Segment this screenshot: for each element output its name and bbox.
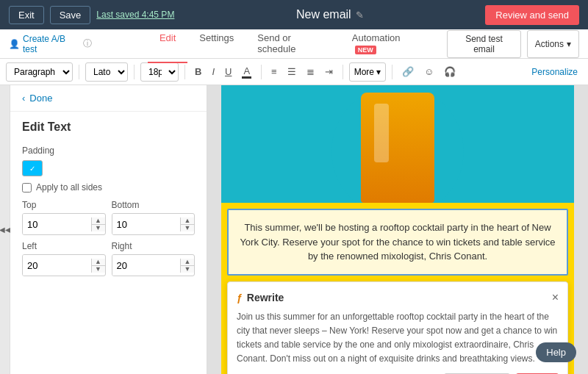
ab-test-icon: 👤 [9, 39, 20, 49]
right-increment-button[interactable]: ▲ [181, 259, 194, 266]
more-button[interactable]: More ▾ [349, 62, 386, 82]
bottom-input-group: Bottom ▲ ▼ [112, 200, 196, 235]
rewrite-close-button[interactable]: × [552, 291, 559, 304]
panel-title: Edit Text [10, 112, 207, 140]
left-decrement-button[interactable]: ▼ [92, 266, 105, 273]
ab-test-label: Create A/B test [23, 34, 80, 54]
email-canvas: This summer, we'll be hosting a rooftop … [221, 85, 574, 374]
top-value-input[interactable] [23, 214, 91, 234]
review-send-button[interactable]: Review and send [485, 5, 579, 25]
top-label: Top [22, 200, 106, 210]
bottom-value-input[interactable] [112, 214, 181, 234]
apply-all-label: Apply to all sides [36, 182, 102, 193]
selected-text-block[interactable]: This summer, we'll be hosting a rooftop … [227, 209, 568, 276]
font-select[interactable]: Lato [85, 62, 128, 82]
underline-button[interactable]: U [221, 64, 235, 79]
last-saved[interactable]: Last saved 4:45 PM [96, 10, 174, 20]
apply-all-checkbox[interactable] [22, 183, 32, 193]
canvas-header-image [221, 85, 574, 203]
divider-3 [184, 65, 185, 79]
check-icon: ✓ [23, 161, 42, 176]
top-increment-button[interactable]: ▲ [92, 217, 105, 225]
top-input-group: Top ▲ ▼ [22, 200, 106, 235]
italic-button[interactable]: I [208, 64, 218, 79]
exit-button[interactable]: Exit [9, 6, 44, 24]
align-right-button[interactable]: ≣ [303, 64, 318, 79]
nav-bar: 👤 Create A/B test ⓘ Edit Settings Send o… [0, 29, 588, 59]
collapse-panel-button[interactable]: ◀◀ [0, 85, 10, 374]
email-canvas-area: This summer, we'll be hosting a rooftop … [207, 85, 588, 374]
divider-5 [343, 65, 343, 79]
top-decrement-button[interactable]: ▼ [92, 225, 105, 231]
more-chevron-icon: ▾ [376, 67, 381, 77]
ab-test-info-icon: ⓘ [83, 37, 92, 50]
align-center-button[interactable]: ☰ [284, 64, 300, 79]
paragraph-select[interactable]: Paragraph [6, 62, 73, 82]
right-value-input[interactable] [112, 255, 181, 276]
left-label: Left [22, 241, 106, 251]
help-button[interactable]: Help [536, 342, 576, 362]
indent-button[interactable]: ⇥ [321, 64, 337, 79]
actions-button[interactable]: Actions ▾ [527, 30, 579, 58]
size-select[interactable]: 18px [140, 62, 179, 82]
color-button[interactable]: A [238, 63, 255, 81]
left-increment-button[interactable]: ▲ [92, 259, 105, 266]
divider-1 [79, 65, 79, 79]
left-spin-input: ▲ ▼ [22, 254, 106, 276]
back-to-done-link[interactable]: ‹ Done [10, 85, 207, 112]
emoji-button[interactable]: ☺ [420, 64, 437, 79]
bottom-label: Bottom [112, 200, 196, 210]
right-decrement-button[interactable]: ▼ [181, 266, 194, 273]
top-spin-arrows: ▲ ▼ [91, 217, 105, 231]
tab-settings[interactable]: Settings [187, 25, 245, 63]
divider-6 [392, 65, 392, 79]
right-spin-input: ▲ ▼ [112, 254, 196, 276]
nav-right-actions: Send test email Actions ▾ [447, 30, 579, 58]
left-value-input[interactable] [23, 255, 91, 276]
tab-automation[interactable]: Automation NEW [340, 25, 436, 63]
link-button[interactable]: 🔗 [398, 64, 417, 79]
padding-color-picker[interactable]: ✓ [22, 160, 43, 176]
right-input-group: Right ▲ ▼ [112, 241, 196, 276]
bottom-spin-input: ▲ ▼ [112, 213, 196, 235]
bold-button[interactable]: B [191, 64, 205, 79]
back-chevron-icon: ‹ [22, 93, 25, 104]
left-input-group: Left ▲ ▼ [22, 241, 106, 276]
edit-title-icon[interactable]: ✎ [356, 10, 364, 21]
actions-chevron-icon: ▾ [567, 39, 571, 49]
drink-image [361, 93, 434, 203]
drink-highlight [374, 104, 389, 162]
rewrite-icon: ƒ [237, 292, 243, 303]
rewrite-title-row: ƒ Rewrite [237, 292, 284, 303]
right-spin-arrows: ▲ ▼ [180, 259, 194, 273]
padding-section: Padding ✓ Apply to all sides Top ▲ ▼ [10, 140, 207, 282]
audio-button[interactable]: 🎧 [440, 64, 459, 79]
bottom-increment-button[interactable]: ▲ [181, 217, 194, 225]
body-text: This summer, we'll be hosting a rooftop … [240, 222, 555, 262]
left-panel: ‹ Done Edit Text Padding ✓ Apply to all … [10, 85, 207, 374]
top-spin-input: ▲ ▼ [22, 213, 106, 235]
divider-4 [261, 65, 262, 79]
left-spin-arrows: ▲ ▼ [91, 259, 105, 273]
align-left-button[interactable]: ≡ [268, 64, 281, 79]
email-title-container: New email ✎ [180, 8, 479, 21]
bottom-decrement-button[interactable]: ▼ [181, 225, 194, 231]
tab-edit[interactable]: Edit [148, 25, 187, 63]
divider-2 [134, 65, 135, 79]
rewrite-body-text: Join us this summer for an unforgettable… [237, 310, 559, 367]
main-layout: ◀◀ ‹ Done Edit Text Padding ✓ Apply to a… [0, 85, 588, 374]
tab-send[interactable]: Send or schedule [245, 25, 340, 63]
nav-tabs: Edit Settings Send or schedule Automatio… [148, 25, 435, 63]
padding-inputs-grid: Top ▲ ▼ Bottom ▲ ▼ [22, 200, 195, 276]
save-button[interactable]: Save [50, 6, 91, 24]
send-test-button[interactable]: Send test email [447, 30, 520, 58]
rewrite-header: ƒ Rewrite × [237, 291, 559, 304]
ab-test-link[interactable]: 👤 Create A/B test ⓘ [9, 34, 92, 54]
padding-label: Padding [22, 145, 195, 156]
toolbar-right: Personalize [527, 65, 582, 79]
padding-color-row: ✓ [22, 160, 195, 176]
personalize-button[interactable]: Personalize [527, 65, 582, 79]
rewrite-popup: ƒ Rewrite × Join us this summer for an u… [227, 281, 568, 375]
bottom-spin-arrows: ▲ ▼ [180, 217, 194, 231]
back-label: Done [29, 93, 52, 104]
